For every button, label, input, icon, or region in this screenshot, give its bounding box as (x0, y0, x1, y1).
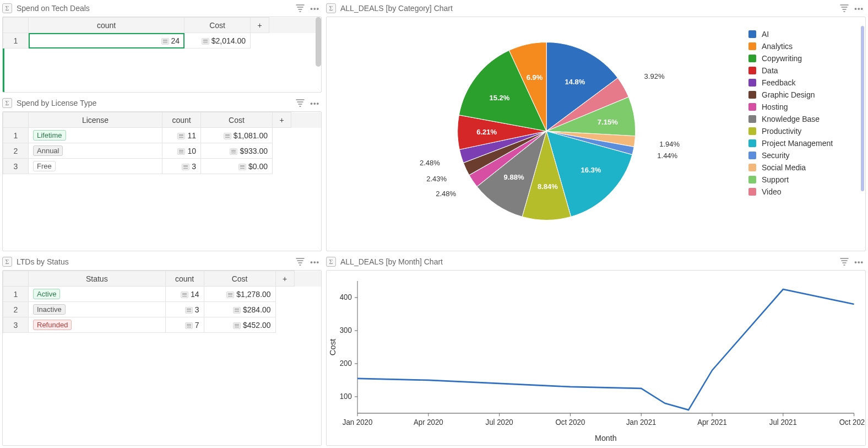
swatch (748, 79, 756, 87)
pie-label: 8.84% (538, 182, 558, 191)
pie-label: 2.43% (426, 175, 447, 183)
pie-chart[interactable]: 14.8%3.92%7.15%1.94%1.44%16.3%8.84%9.88%… (327, 17, 744, 251)
expand-icon[interactable] (177, 133, 185, 139)
legend-item[interactable]: Feedback (748, 77, 861, 89)
legend-item[interactable]: Support (748, 174, 861, 186)
panel-title: ALL_DEALS [by Category] Chart (340, 4, 836, 13)
pie-label: 2.48% (420, 158, 440, 166)
table-row[interactable]: 3Refunded7$452.00 (3, 317, 321, 333)
expand-icon[interactable] (185, 307, 193, 314)
expand-icon[interactable] (238, 164, 246, 170)
status-tag: Refunded (33, 320, 72, 330)
spend-tech-table[interactable]: count Cost + 1 24 $2,014.00 (3, 17, 321, 48)
col-cost[interactable]: Cost (201, 112, 273, 128)
x-tick: Jan 2021 (626, 418, 656, 427)
swatch (748, 42, 756, 50)
expand-icon[interactable] (233, 322, 241, 329)
swatch (748, 30, 756, 38)
expand-icon[interactable] (185, 322, 193, 329)
more-icon[interactable]: ••• (854, 258, 864, 266)
expand-icon[interactable] (177, 148, 185, 155)
pie-label: 14.8% (565, 78, 585, 86)
license-tag: Free (33, 161, 56, 171)
col-count[interactable]: count (162, 112, 201, 128)
legend-item[interactable]: Project Management (748, 137, 861, 149)
pie-label: 1.94% (659, 140, 680, 148)
legend-item[interactable]: Social Media (748, 161, 861, 174)
expand-icon[interactable] (233, 307, 241, 314)
table-row[interactable]: 1Lifetime11$1,081.00 (3, 128, 321, 143)
legend-item[interactable]: Hosting (748, 101, 861, 113)
line-chart[interactable]: 100200300400Jan 2020Apr 2020Jul 2020Oct … (327, 271, 865, 445)
pie-label: 9.88% (504, 173, 524, 181)
col-cost[interactable]: Cost (204, 271, 275, 287)
x-tick: Apr 2021 (697, 418, 727, 427)
expand-icon[interactable] (182, 164, 189, 170)
license-tag: Lifetime (33, 130, 66, 141)
table-row[interactable]: 2Annual10$933.00 (3, 143, 321, 159)
legend-item[interactable]: Analytics (748, 40, 861, 52)
expand-icon[interactable] (226, 292, 234, 298)
swatch (748, 139, 756, 147)
legend-item[interactable]: Knowledge Base (748, 113, 861, 125)
x-tick: Jul 2021 (769, 418, 797, 427)
line-series[interactable] (357, 289, 854, 410)
expand-icon[interactable] (202, 38, 209, 45)
x-tick: Apr 2020 (414, 418, 443, 427)
col-status[interactable]: Status (29, 271, 166, 287)
sigma-icon: Σ (326, 3, 336, 13)
panel-title: Spend by License Type (17, 99, 291, 107)
sigma-icon: Σ (2, 3, 12, 13)
legend-item[interactable]: AI (748, 28, 861, 40)
legend-item[interactable]: Security (748, 149, 861, 161)
expand-icon[interactable] (230, 148, 237, 155)
filter-icon[interactable] (296, 4, 305, 12)
swatch (748, 188, 756, 196)
scrollbar[interactable] (861, 26, 864, 191)
x-axis-label: Month (595, 433, 617, 442)
more-icon[interactable]: ••• (854, 4, 864, 13)
add-column[interactable]: + (251, 18, 269, 33)
legend-item[interactable]: Copywriting (748, 52, 861, 64)
expand-icon[interactable] (161, 38, 169, 45)
filter-icon[interactable] (296, 99, 305, 107)
col-license[interactable]: License (29, 112, 162, 128)
filter-icon[interactable] (296, 258, 305, 266)
expand-icon[interactable] (181, 292, 188, 298)
add-column[interactable]: + (273, 112, 291, 128)
legend-item[interactable]: Data (748, 64, 861, 77)
legend-item[interactable]: Productivity (748, 125, 861, 137)
filter-icon[interactable] (840, 258, 849, 266)
more-icon[interactable]: ••• (310, 99, 319, 107)
more-icon[interactable]: ••• (310, 258, 319, 266)
swatch (748, 127, 756, 135)
table-row[interactable]: 1Active14$1,278.00 (3, 287, 321, 302)
x-tick: Jul 2020 (486, 418, 513, 427)
status-tag: Active (33, 289, 60, 299)
more-icon[interactable]: ••• (310, 4, 319, 13)
sigma-icon: Σ (2, 257, 12, 267)
col-cost[interactable]: Cost (185, 18, 251, 33)
license-tag: Annual (33, 145, 63, 156)
panel-title: Spend on Tech Deals (17, 4, 291, 13)
y-tick: 100 (340, 392, 352, 401)
pie-legend[interactable]: AIAnalyticsCopywritingDataFeedbackGraphi… (744, 17, 865, 251)
panel-line: Σ ALL_DEALS [by Month] Chart ••• 1002003… (326, 256, 866, 446)
legend-item[interactable]: Video (748, 186, 861, 198)
table-row[interactable]: 3Free3$0.00 (3, 159, 321, 174)
filter-icon[interactable] (840, 4, 849, 12)
col-count[interactable]: count (165, 271, 204, 287)
panel-title: ALL_DEALS [by Month] Chart (340, 257, 836, 266)
swatch (748, 176, 756, 183)
legend-item[interactable]: Graphic Design (748, 89, 861, 101)
ltd-status-table[interactable]: Status count Cost + 1Active14$1,278.002I… (3, 271, 321, 333)
spend-license-table[interactable]: License count Cost + 1Lifetime11$1,081.0… (3, 112, 321, 174)
table-row[interactable]: 1 24 $2,014.00 (3, 33, 321, 48)
col-count[interactable]: count (29, 18, 185, 33)
pie-label: 7.15% (598, 118, 618, 126)
scrollbar[interactable] (316, 17, 321, 67)
panel-ltd-status: Σ LTDs by Status ••• Status count Cost + (2, 256, 322, 446)
table-row[interactable]: 2Inactive3$284.00 (3, 302, 321, 317)
expand-icon[interactable] (224, 133, 231, 139)
add-column[interactable]: + (275, 271, 294, 287)
